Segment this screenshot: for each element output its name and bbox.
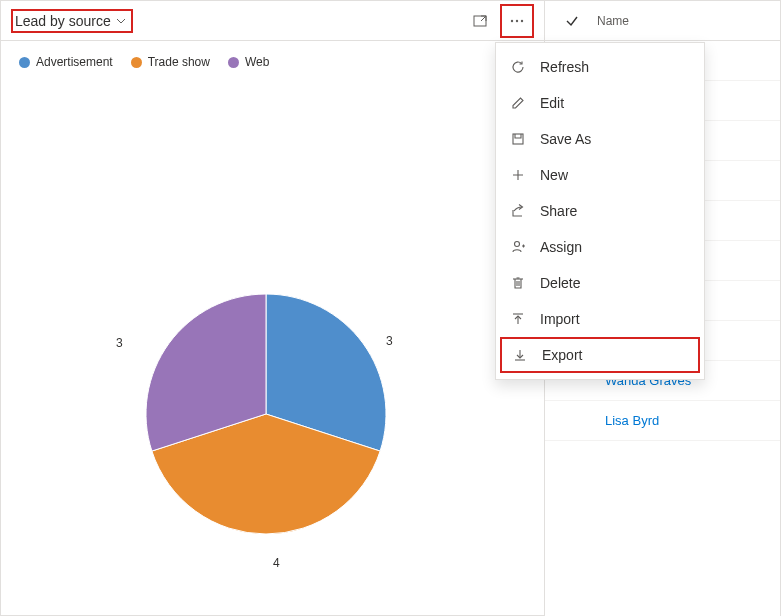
chart-title-dropdown[interactable]: Lead by source (11, 9, 133, 33)
menu-item-label: Delete (540, 275, 580, 291)
menu-item-label: Refresh (540, 59, 589, 75)
legend-label: Trade show (148, 55, 210, 69)
menu-item-label: Edit (540, 95, 564, 111)
chevron-down-icon (115, 15, 127, 27)
menu-item-share[interactable]: Share (496, 193, 704, 229)
expand-chart-button[interactable] (466, 7, 494, 35)
legend-item[interactable]: Advertisement (19, 55, 113, 69)
legend-label: Web (245, 55, 269, 69)
data-label: 3 (386, 334, 393, 348)
chart-header-actions (466, 4, 534, 38)
chart-body: 3 4 3 (1, 69, 544, 589)
export-icon (512, 347, 528, 363)
pie-chart: 3 4 3 (136, 284, 396, 544)
menu-item-new[interactable]: New (496, 157, 704, 193)
svg-point-3 (521, 19, 523, 21)
record-link[interactable]: Lisa Byrd (605, 413, 659, 428)
menu-item-delete[interactable]: Delete (496, 265, 704, 301)
menu-item-import[interactable]: Import (496, 301, 704, 337)
select-all-checkbox[interactable] (565, 14, 579, 28)
more-commands-button[interactable] (503, 7, 531, 35)
legend-item[interactable]: Trade show (131, 55, 210, 69)
person-icon (510, 239, 526, 255)
column-header-name[interactable]: Name (597, 14, 629, 28)
menu-item-export[interactable]: Export (500, 337, 700, 373)
menu-item-assign[interactable]: Assign (496, 229, 704, 265)
refresh-icon (510, 59, 526, 75)
menu-item-label: Save As (540, 131, 591, 147)
plus-icon (510, 167, 526, 183)
legend-item[interactable]: Web (228, 55, 269, 69)
import-icon (510, 311, 526, 327)
menu-item-label: Export (542, 347, 582, 363)
table-row[interactable]: Lisa Byrd (545, 401, 780, 441)
data-label: 4 (273, 556, 280, 570)
svg-point-2 (516, 19, 518, 21)
menu-item-label: Assign (540, 239, 582, 255)
share-icon (510, 203, 526, 219)
legend-label: Advertisement (36, 55, 113, 69)
menu-item-label: Share (540, 203, 577, 219)
chart-header: Lead by source (1, 1, 544, 41)
menu-item-label: Import (540, 311, 580, 327)
menu-item-label: New (540, 167, 568, 183)
menu-item-edit[interactable]: Edit (496, 85, 704, 121)
list-header: Name (545, 1, 780, 41)
more-commands-menu: RefreshEditSave AsNewShareAssignDeleteIm… (495, 42, 705, 380)
chart-legend: Advertisement Trade show Web (1, 41, 544, 69)
trash-icon (510, 275, 526, 291)
save-icon (510, 131, 526, 147)
legend-swatch (131, 57, 142, 68)
chart-panel: Lead by source (0, 0, 545, 616)
data-label: 3 (116, 336, 123, 350)
menu-item-refresh[interactable]: Refresh (496, 49, 704, 85)
menu-item-saveas[interactable]: Save As (496, 121, 704, 157)
chart-title: Lead by source (15, 13, 111, 29)
legend-swatch (19, 57, 30, 68)
svg-point-1 (511, 19, 513, 21)
svg-point-5 (515, 242, 520, 247)
edit-icon (510, 95, 526, 111)
pie-svg (136, 284, 396, 544)
legend-swatch (228, 57, 239, 68)
